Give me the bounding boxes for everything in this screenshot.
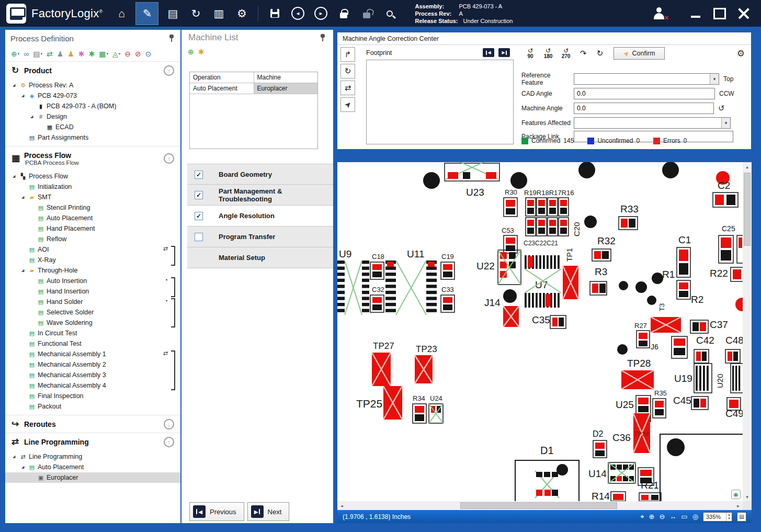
materials-icon[interactable]: ▤: [164, 4, 181, 24]
line-programming-section-header[interactable]: ⇄ Line Programming ↑: [5, 433, 180, 450]
expander-icon[interactable]: ◢: [13, 455, 19, 459]
tree-item-wave-soldering[interactable]: ▤Wave Soldering: [5, 318, 180, 328]
tree-item-part-assignments[interactable]: ▤Part Assignments: [5, 132, 180, 143]
tree-item-process-rev-a[interactable]: ◢⚙Process Rev: A: [5, 80, 180, 90]
scroll-up-icon[interactable]: ▴: [743, 162, 752, 171]
lock-icon[interactable]: [335, 4, 353, 24]
link-icon[interactable]: ∞: [22, 50, 30, 58]
zoom-spinner[interactable]: ▲▼: [726, 513, 732, 521]
step-checkbox[interactable]: [195, 233, 203, 241]
machine-options-icon[interactable]: ✱: [198, 48, 205, 56]
horizontal-scrollbar[interactable]: ◂ ▸: [337, 501, 743, 510]
zoom-level-field[interactable]: 335% ▲▼: [703, 512, 732, 522]
user-account-icon[interactable]: ✕: [652, 7, 666, 20]
expander-icon[interactable]: ◢: [21, 94, 28, 98]
rotate-180-button[interactable]: ↺180: [539, 48, 557, 59]
print-icon[interactable]: ▤▾: [31, 50, 44, 58]
tree-item-in-circuit-test[interactable]: ▤In Circuit Test: [5, 328, 180, 338]
tree-icon[interactable]: ◬▾: [111, 50, 122, 58]
step-board-geometry[interactable]: ✓Board Geometry: [187, 164, 333, 185]
expander-icon[interactable]: ◢: [13, 174, 19, 178]
first-footprint-button[interactable]: ◀: [483, 48, 494, 57]
region-icon[interactable]: ◎: [692, 513, 698, 520]
inspect-icon[interactable]: [381, 4, 399, 24]
minimize-button[interactable]: [684, 3, 708, 24]
board-icon[interactable]: ▦▾: [97, 50, 110, 58]
table-header-machine[interactable]: Machine: [254, 72, 317, 83]
sync-icon[interactable]: ↻: [187, 4, 205, 24]
tree-item-auto-placement[interactable]: ◢▤Auto Placement: [5, 462, 180, 472]
tree-item-selective-solder[interactable]: ▤Selective Solder: [5, 307, 180, 318]
cad-angle-field[interactable]: [574, 88, 715, 99]
table-cell-auto-placement[interactable]: Auto Placement: [190, 83, 254, 94]
target-icon[interactable]: ⌖: [640, 513, 644, 521]
expander-icon[interactable]: ◢: [21, 465, 28, 469]
step-material-setup[interactable]: Material Setup: [187, 247, 333, 268]
confirm-button[interactable]: ➤Confirm: [614, 47, 665, 60]
save-icon[interactable]: [266, 4, 283, 24]
user-gray-icon[interactable]: ♟: [55, 50, 65, 58]
vertical-scrollbar[interactable]: ▴ ▾: [743, 162, 752, 501]
tree-item-hand-solder[interactable]: ▤Hand Solder◔: [5, 297, 180, 307]
expander-icon[interactable]: ◢: [21, 195, 28, 199]
reset-angle-icon[interactable]: ↺: [718, 104, 725, 113]
tree-item-aoi[interactable]: ▤AOI⇄: [5, 244, 180, 255]
block-icon[interactable]: ⊘: [133, 50, 143, 58]
tree-item-reflow[interactable]: ▤Reflow: [5, 234, 180, 244]
settings-icon[interactable]: ⚙: [233, 4, 251, 24]
features-affected-dropdown[interactable]: ▼: [574, 117, 731, 129]
product-section-header[interactable]: ↻ Product ↑: [5, 61, 180, 79]
tree-item-pcb-429-073-a-bom[interactable]: ▮PCB 429-073 - A (BOM): [5, 101, 180, 111]
tree-item-initialization[interactable]: ▤Initialization: [5, 182, 180, 192]
rotate-icon[interactable]: ↻: [340, 64, 355, 78]
step-program-transfer[interactable]: Program Transfer: [187, 227, 333, 247]
tree-item-final-inspection[interactable]: ▤Final Inspection: [5, 391, 180, 401]
swap-icon[interactable]: ⇄: [340, 81, 355, 95]
table-header-operation[interactable]: Operation: [190, 72, 254, 83]
tree-item-x-ray[interactable]: ▤X-Ray: [5, 255, 180, 265]
next-button[interactable]: ▶ Next: [247, 502, 290, 521]
remove-icon[interactable]: ⊖: [123, 50, 132, 58]
tree-item-pcb-429-073[interactable]: ◢◈PCB 429-073: [5, 90, 180, 101]
previous-button[interactable]: ◀ Previous: [189, 502, 244, 521]
close-button[interactable]: [732, 3, 756, 24]
tree-item-auto-placement[interactable]: ▤Auto Placement: [5, 213, 180, 223]
add-machine-icon[interactable]: ⊕: [188, 48, 194, 56]
tree-item-stencil-printing[interactable]: ▤Stencil Printing: [5, 202, 180, 213]
chevron-down-icon[interactable]: ▼: [721, 118, 730, 128]
tree-item-mechanical-assembly-1[interactable]: ▤Mechanical Assembly 1⇄: [5, 349, 180, 359]
tree-item-ecad[interactable]: ▦ECAD: [5, 122, 180, 132]
scroll-right-icon[interactable]: ▸: [734, 501, 743, 510]
reroutes-section-header[interactable]: ↪ Reroutes ↓: [5, 415, 180, 433]
table-row[interactable]: Auto PlacementEuroplacer: [190, 83, 317, 94]
tree-item-process-flow[interactable]: ◢▚Process Flow: [5, 171, 180, 182]
pin-icon[interactable]: [168, 34, 175, 42]
add-icon[interactable]: ⊕▾: [9, 50, 21, 58]
rotate-270-button[interactable]: ↺270: [557, 48, 575, 59]
horizontal-scroll-thumb[interactable]: [460, 502, 617, 509]
chevron-down-icon[interactable]: ▼: [710, 74, 719, 84]
collapse-up-icon[interactable]: ↑: [164, 65, 174, 76]
pcb-canvas[interactable]: U23C2R30R19R18R17R16C23C22C21C53C20R33C2…: [337, 162, 743, 501]
machine-angle-field[interactable]: [574, 103, 714, 114]
expand-down-icon[interactable]: ↓: [164, 419, 174, 429]
tree-item-smt[interactable]: ◢▰SMT: [5, 192, 180, 202]
gear-icon[interactable]: ⚙: [737, 48, 745, 59]
tree-item-mechanical-assembly-4[interactable]: ▤Mechanical Assembly 4: [5, 380, 180, 391]
arc-tool-icon[interactable]: ↷: [575, 49, 592, 58]
collapse-up-icon[interactable]: ↑: [164, 153, 174, 164]
rotate-90-button[interactable]: ↺90: [521, 48, 539, 59]
flower-pink-icon[interactable]: ✱: [77, 50, 86, 58]
tree-item-packout[interactable]: ▤Packout: [5, 401, 180, 412]
tree-item-design[interactable]: ◢#Design: [5, 111, 180, 122]
scroll-down-icon[interactable]: ▾: [743, 492, 752, 501]
tree-item-line-programming[interactable]: ◢⇄Line Programming: [5, 451, 180, 462]
expander-icon[interactable]: ◢: [21, 268, 28, 273]
unlock-icon[interactable]: [358, 4, 376, 24]
tree-item-mechanical-assembly-3[interactable]: ▤Mechanical Assembly 3: [5, 370, 180, 380]
step-angle-resolution[interactable]: ✓Angle Resolution: [187, 206, 333, 227]
zoom-out-icon[interactable]: ⊖: [659, 513, 665, 520]
collapse-up-icon[interactable]: ↑: [164, 437, 174, 447]
step-checkbox[interactable]: ✓: [195, 191, 203, 199]
table-cell-europlacer[interactable]: Europlacer: [254, 83, 317, 94]
